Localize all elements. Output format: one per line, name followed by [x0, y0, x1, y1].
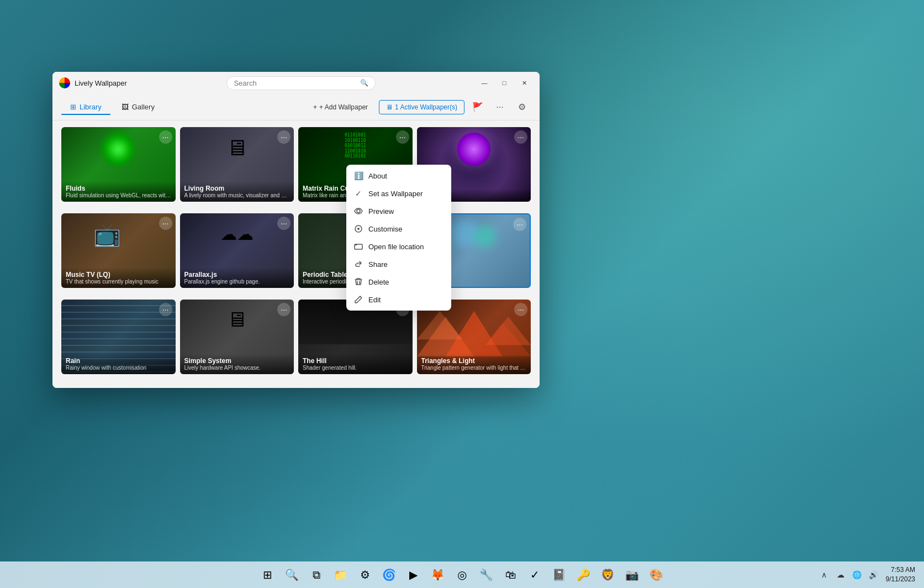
card-title: Rain [66, 357, 171, 365]
taskbar-icons: ⊞ 🔍 ⧉ 📁 ⚙ 🌀 ▶ 🦊 ◎ 🔧 🛍 [257, 564, 668, 586]
tab-library[interactable]: ⊞ Library [61, 99, 110, 114]
card-menu-button[interactable]: ··· [277, 217, 291, 230]
add-wallpaper-button[interactable]: + + Add Wallpaper [307, 101, 374, 114]
active-wallpaper-label: 1 Active Wallpaper(s) [395, 103, 457, 111]
tray-volume[interactable]: 🔊 [866, 567, 881, 582]
edge-button[interactable]: 🌀 [378, 564, 400, 586]
context-menu-item-open-file[interactable]: Open file location [346, 238, 451, 255]
motherboard-decoration: 🖥 [226, 308, 247, 332]
onenote-button[interactable]: 📓 [548, 564, 571, 586]
blur-decoration [452, 220, 496, 253]
list-item[interactable]: Fluids Fluid simulation using WebGL, rea… [61, 127, 176, 202]
card-info: Living Room A lively room with music, vi… [180, 181, 294, 202]
clock[interactable]: 7:53 AM 9/11/2023 [886, 565, 915, 584]
card-menu-button[interactable]: ··· [514, 130, 527, 144]
tray-network[interactable]: 🌐 [849, 567, 865, 582]
settings-taskbar-icon: ⚙ [360, 568, 370, 581]
app9-icon: 📷 [625, 568, 639, 581]
gallery-label: Gallery [132, 103, 155, 111]
list-item[interactable]: ☁☁ Parallax.js Parallax.js engine github… [180, 213, 294, 288]
search-taskbar-button[interactable]: 🔍 [281, 564, 303, 586]
todo-button[interactable]: ✓ [524, 564, 546, 586]
app10-button[interactable]: 🎨 [646, 564, 668, 586]
about-label: About [368, 172, 387, 180]
brave-button[interactable]: 🦁 [597, 564, 619, 586]
settings-button[interactable]: ⚙ [513, 98, 531, 116]
context-menu-item-customise[interactable]: Customise [346, 220, 451, 238]
library-icon: ⊞ [70, 103, 76, 111]
share-icon [354, 260, 363, 269]
flag-button[interactable]: 🚩 [469, 98, 487, 116]
card-menu-button[interactable]: ··· [159, 217, 172, 230]
tv-decoration: 📺 [93, 222, 121, 248]
title-bar: Lively Wallpaper 🔍 — □ ✕ [52, 72, 540, 94]
card-menu-button[interactable]: ··· [277, 303, 291, 316]
edit-label: Edit [368, 296, 381, 304]
list-item[interactable]: Rain Rainy window with customisation ··· [61, 300, 176, 374]
store-icon: 🛍 [505, 569, 516, 581]
card-menu-button[interactable]: ··· [514, 303, 527, 316]
context-menu-item-delete[interactable]: Delete [346, 273, 451, 291]
card-desc: A lively room with music, visualizer and… [184, 192, 290, 198]
svg-point-5 [357, 209, 360, 213]
app8-button[interactable]: 🔑 [573, 564, 595, 586]
card-title: Simple System [184, 357, 290, 365]
list-item[interactable]: The Hill Shader generated hill. ··· [298, 300, 413, 374]
monitor-decoration: 🖥 [226, 135, 248, 160]
card-menu-button[interactable]: ··· [159, 303, 172, 316]
search-bar-container[interactable]: 🔍 [226, 76, 376, 90]
monitor-icon: 🖥 [386, 103, 393, 111]
tray-chevron[interactable]: ∧ [816, 567, 832, 582]
maximize-button[interactable]: □ [495, 76, 513, 90]
volume-icon: 🔊 [869, 570, 878, 579]
card-info: Simple System Lively hardware API showca… [180, 354, 294, 374]
list-item[interactable]: 📺 Music TV (LQ) TV that shows currently … [61, 213, 176, 288]
search-icon: 🔍 [360, 79, 368, 87]
app10-icon: 🎨 [650, 568, 663, 581]
list-item[interactable]: 🖥 Living Room A lively room with music, … [180, 127, 294, 202]
context-menu-item-about[interactable]: ℹ️ About [346, 167, 451, 185]
task-view-button[interactable]: ⧉ [305, 564, 328, 586]
context-menu-item-preview[interactable]: Preview [346, 202, 451, 220]
preview-icon [354, 207, 363, 216]
app9-button[interactable]: 📷 [621, 564, 643, 586]
search-input[interactable] [234, 79, 357, 87]
start-button[interactable]: ⊞ [257, 564, 279, 586]
card-menu-button[interactable]: ··· [513, 218, 526, 231]
tray-cloud[interactable]: ☁ [833, 567, 848, 582]
card-menu-button[interactable]: ··· [396, 130, 409, 144]
app7-button[interactable]: 🔧 [476, 564, 498, 586]
card-desc: TV that shows currently playing music [66, 279, 171, 285]
app-window: Lively Wallpaper 🔍 — □ ✕ ⊞ Library 🖼 Gal… [52, 72, 540, 388]
svg-marker-4 [485, 317, 531, 345]
app8-icon: 🔑 [577, 568, 590, 581]
card-menu-button[interactable]: ··· [159, 130, 172, 144]
app7-icon: 🔧 [479, 568, 493, 581]
app-title: Lively Wallpaper [75, 79, 127, 87]
window-controls: — □ ✕ [476, 76, 533, 90]
todo-icon: ✓ [530, 568, 540, 581]
more-options-button[interactable]: ··· [491, 98, 509, 116]
card-info: Fluids Fluid simulation using WebGL, rea… [61, 181, 176, 202]
context-menu-item-set-wallpaper[interactable]: ✓ Set as Wallpaper [346, 185, 451, 202]
terminal-button[interactable]: ▶ [403, 564, 425, 586]
minimize-button[interactable]: — [476, 76, 493, 90]
context-menu-item-share[interactable]: Share [346, 255, 451, 273]
context-menu-item-edit[interactable]: Edit [346, 291, 451, 308]
card-desc: Fluid simulation using WebGL, reacts wit… [66, 192, 171, 198]
set-wallpaper-label: Set as Wallpaper [368, 190, 423, 198]
chrome-button[interactable]: ◎ [451, 564, 473, 586]
list-item[interactable]: Triangles & Light Triangle pattern gener… [417, 300, 531, 374]
settings-taskbar-button[interactable]: ⚙ [354, 564, 376, 586]
store-button[interactable]: 🛍 [500, 564, 522, 586]
active-wallpaper-button[interactable]: 🖥 1 Active Wallpaper(s) [379, 100, 464, 114]
close-button[interactable]: ✕ [515, 76, 533, 90]
file-explorer-button[interactable]: 📁 [330, 564, 352, 586]
library-label: Library [80, 103, 102, 111]
share-label: Share [368, 260, 388, 269]
list-item[interactable]: 🖥 Simple System Lively hardware API show… [180, 300, 294, 374]
card-menu-button[interactable]: ··· [277, 130, 291, 144]
firefox-button[interactable]: 🦊 [427, 564, 449, 586]
card-desc: Shader generated hill. [303, 365, 408, 371]
tab-gallery[interactable]: 🖼 Gallery [113, 99, 163, 114]
